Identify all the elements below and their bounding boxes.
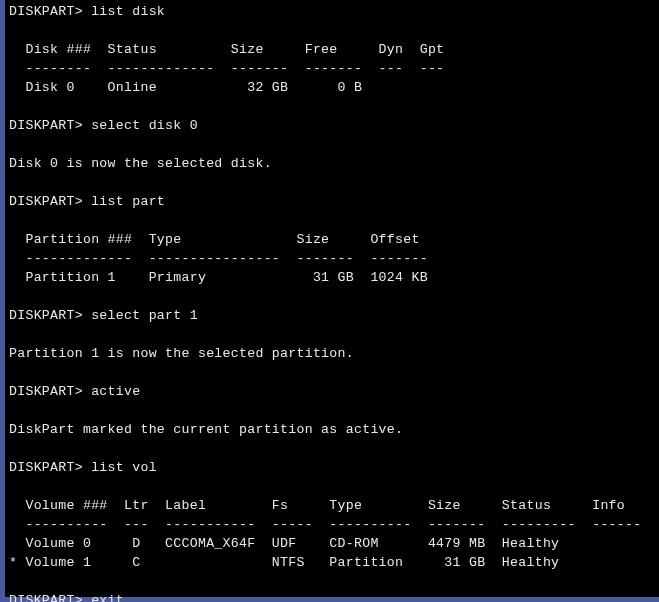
command-text: exit (91, 593, 124, 602)
part-table-header: Partition ### Type Size Offset (9, 232, 420, 247)
part-table-row: Partition 1 Primary 31 GB 1024 KB (9, 270, 428, 285)
disk-table-header: Disk ### Status Size Free Dyn Gpt (9, 42, 444, 57)
terminal-window: DISKPART> list disk Disk ### Status Size… (0, 0, 659, 602)
vol-table-row: Volume 0 D CCCOMA_X64F UDF CD-ROM 4479 M… (9, 536, 559, 551)
prompt: DISKPART> (9, 4, 83, 19)
command-text: list vol (91, 460, 157, 475)
vol-table-header: Volume ### Ltr Label Fs Type Size Status… (9, 498, 625, 513)
vol-table-divider: ---------- --- ----------- ----- -------… (9, 517, 641, 532)
output-message: DiskPart marked the current partition as… (9, 422, 403, 437)
command-text: select disk 0 (91, 118, 198, 133)
prompt: DISKPART> (9, 460, 83, 475)
command-text: select part 1 (91, 308, 198, 323)
disk-table-divider: -------- ------------- ------- ------- -… (9, 61, 444, 76)
prompt: DISKPART> (9, 194, 83, 209)
vol-table-row: * Volume 1 C NTFS Partition 31 GB Health… (9, 555, 559, 570)
disk-table-row: Disk 0 Online 32 GB 0 B (9, 80, 362, 95)
output-message: Disk 0 is now the selected disk. (9, 156, 272, 171)
part-table-divider: ------------- ---------------- ------- -… (9, 251, 428, 266)
command-text: list part (91, 194, 165, 209)
prompt: DISKPART> (9, 384, 83, 399)
command-text: active (91, 384, 140, 399)
prompt: DISKPART> (9, 308, 83, 323)
output-message: Partition 1 is now the selected partitio… (9, 346, 354, 361)
terminal-output[interactable]: DISKPART> list disk Disk ### Status Size… (5, 2, 659, 602)
command-text: list disk (91, 4, 165, 19)
prompt: DISKPART> (9, 118, 83, 133)
prompt: DISKPART> (9, 593, 83, 602)
